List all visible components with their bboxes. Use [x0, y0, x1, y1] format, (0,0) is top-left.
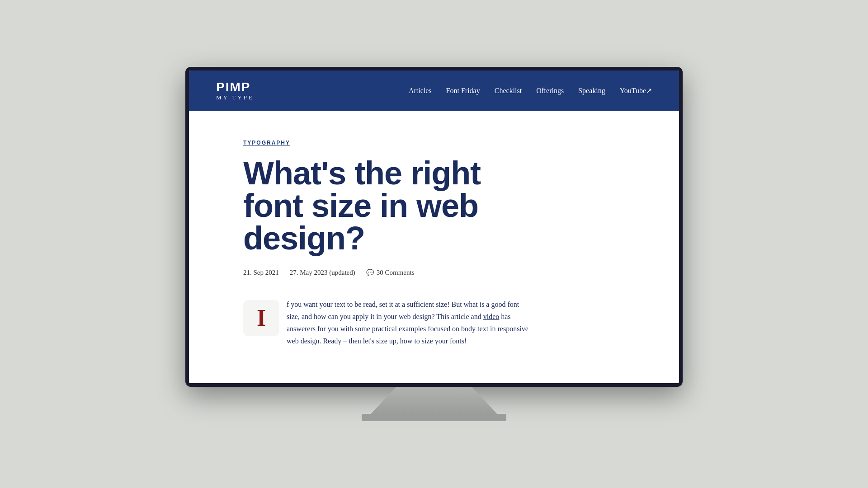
video-link[interactable]: video	[483, 313, 500, 320]
nav-offerings[interactable]: Offerings	[536, 87, 564, 95]
nav-articles[interactable]: Articles	[409, 87, 432, 95]
category-tag[interactable]: TYPOGRAPHY	[243, 140, 290, 146]
updated-date: 27. May 2023 (updated)	[290, 269, 355, 277]
site-header: PIMP MY TYPE Articles Font Friday Checkl…	[189, 70, 679, 111]
site-nav: Articles Font Friday Checklist Offerings…	[409, 86, 652, 95]
logo-pimp: PIMP	[216, 81, 254, 94]
monitor-wrapper: PIMP MY TYPE Articles Font Friday Checkl…	[181, 67, 687, 422]
main-content: TYPOGRAPHY What's the right font size in…	[189, 111, 679, 384]
publish-date: 21. Sep 2021	[243, 269, 279, 277]
nav-checklist[interactable]: Checklist	[495, 87, 522, 95]
comment-icon: 💬	[366, 269, 374, 277]
article-meta: 21. Sep 2021 27. May 2023 (updated) 💬 30…	[243, 269, 625, 277]
nav-youtube[interactable]: YouTube↗	[620, 86, 652, 95]
drop-cap-letter: I	[257, 306, 266, 330]
nav-font-friday[interactable]: Font Friday	[446, 87, 480, 95]
monitor-screen: PIMP MY TYPE Articles Font Friday Checkl…	[185, 67, 683, 387]
site-logo[interactable]: PIMP MY TYPE	[216, 81, 254, 100]
article-intro: I f you want your text to be read, set i…	[243, 298, 533, 347]
intro-paragraph: f you want your text to be read, set it …	[287, 298, 533, 347]
drop-cap-container: I	[243, 300, 279, 336]
comments-count: 💬 30 Comments	[366, 269, 415, 277]
monitor-base	[362, 414, 506, 421]
monitor-stand	[371, 387, 497, 414]
logo-mytype: MY TYPE	[216, 94, 254, 100]
nav-speaking[interactable]: Speaking	[578, 87, 605, 95]
article-title: What's the right font size in web design…	[243, 157, 524, 254]
